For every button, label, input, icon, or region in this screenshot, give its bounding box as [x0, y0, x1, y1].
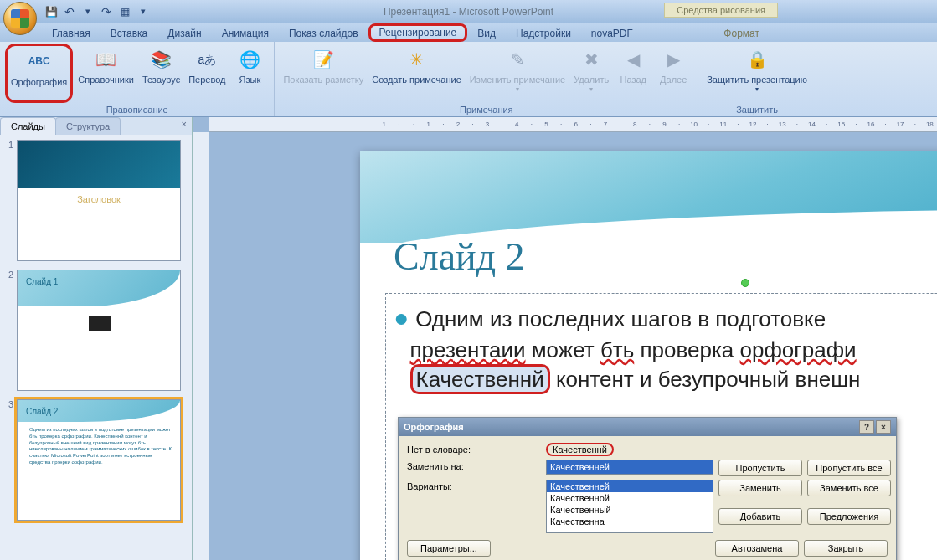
- qat-redo[interactable]: [99, 4, 114, 19]
- protect-button[interactable]: Защитить презентацию▾: [703, 44, 811, 103]
- spelling-error-highlight: Качественнй: [410, 364, 550, 394]
- ignore-button[interactable]: Пропустить: [718, 460, 802, 476]
- dialog-help-button[interactable]: ?: [859, 420, 874, 434]
- not-in-dictionary-value: Качественнй: [546, 443, 614, 456]
- suggest-button[interactable]: Предложения: [807, 508, 891, 525]
- panel-close[interactable]: ×: [177, 117, 192, 135]
- delete-comment-icon: [578, 46, 605, 73]
- change-button[interactable]: Заменить: [718, 480, 802, 496]
- panel-tab-slides[interactable]: Слайды: [0, 117, 56, 135]
- office-button[interactable]: [3, 2, 37, 35]
- suggestions-list[interactable]: Качественней Качественной Качественный К…: [546, 480, 713, 533]
- horizontal-ruler: 1··1·2·3·4·5·6·7·8·9·10·11·12·13·14·15·1…: [209, 117, 937, 132]
- dialog-title: Орфография: [404, 422, 464, 432]
- markup-icon: [310, 46, 337, 73]
- tab-slideshow[interactable]: Показ слайдов: [279, 25, 368, 42]
- research-button[interactable]: Справочники: [75, 44, 137, 103]
- suggestions-label: Варианты:: [407, 480, 541, 491]
- language-button[interactable]: Язык: [230, 44, 269, 103]
- change-to-label: Заменить на:: [407, 460, 541, 471]
- not-in-dictionary-label: Нет в словаре:: [407, 443, 541, 455]
- tab-novapdf[interactable]: novaPDF: [581, 25, 643, 42]
- abc-check-icon: [26, 49, 53, 75]
- globe-icon: [236, 46, 263, 73]
- books-icon: [148, 46, 175, 73]
- new-comment-button[interactable]: Создать примечание: [368, 44, 465, 103]
- contextual-tab-drawing: Средства рисования: [664, 3, 778, 18]
- tab-home[interactable]: Главная: [42, 25, 100, 42]
- change-all-button[interactable]: Заменить все: [807, 480, 891, 496]
- group-protect-label: Защитить: [703, 103, 811, 116]
- thumbnail-1[interactable]: Заголовок: [17, 140, 181, 261]
- tab-format[interactable]: Формат: [713, 25, 770, 42]
- translate-icon: [193, 46, 220, 73]
- suggestion-item[interactable]: Качественный: [547, 504, 713, 516]
- qat-undo[interactable]: [62, 4, 77, 19]
- tab-animation[interactable]: Анимация: [212, 25, 279, 42]
- lock-icon: [744, 46, 770, 73]
- prev-comment-button[interactable]: Назад: [614, 44, 652, 103]
- slide-title: Слайд 2: [394, 234, 525, 279]
- slide-body-text[interactable]: ●Одним из последних шагов в подготовке п…: [394, 301, 937, 394]
- edit-comment-icon: [504, 46, 531, 73]
- qat-customize[interactable]: ▾: [136, 4, 151, 19]
- tab-insert[interactable]: Вставка: [100, 25, 158, 42]
- next-icon: [660, 46, 687, 73]
- show-markup-button[interactable]: Показать разметку: [280, 44, 367, 103]
- ignore-all-button[interactable]: Пропустить все: [807, 460, 891, 476]
- new-comment-icon: [404, 46, 430, 73]
- tab-addins[interactable]: Надстройки: [506, 25, 581, 42]
- group-proofing-label: Правописание: [5, 103, 269, 116]
- book-icon: [93, 46, 120, 73]
- group-comments-label: Примечания: [280, 103, 692, 116]
- thumb-number: 3: [3, 399, 17, 521]
- spelling-dialog: Орфография ? × Нет в словаре: Качественн…: [398, 417, 897, 560]
- tab-design[interactable]: Дизайн: [157, 25, 211, 42]
- edit-comment-button[interactable]: Изменить примечание▾: [466, 44, 569, 103]
- qat-save[interactable]: [44, 4, 59, 19]
- thumbnails-list[interactable]: 1 Заголовок 2 Слайд 1 3 Слайд 2: [0, 135, 192, 560]
- delete-comment-button[interactable]: Удалить▾: [570, 44, 612, 103]
- suggestion-item[interactable]: Качественна: [547, 516, 713, 527]
- tab-view[interactable]: Вид: [467, 25, 506, 42]
- suggestion-item[interactable]: Качественной: [547, 492, 713, 504]
- rotate-handle[interactable]: [741, 279, 749, 287]
- tab-review[interactable]: Рецензирование: [368, 23, 468, 42]
- thumb-number: 1: [3, 140, 17, 261]
- panel-tab-outline[interactable]: Структура: [55, 117, 121, 135]
- close-button[interactable]: Закрыть: [804, 540, 888, 557]
- thumbnail-3[interactable]: Слайд 2 Одним из последних шагов в подго…: [17, 399, 181, 521]
- autocorrect-button[interactable]: Автозамена: [715, 540, 799, 557]
- change-to-input[interactable]: [546, 460, 713, 475]
- window-title: Презентация1 - Microsoft PowerPoint: [384, 6, 553, 18]
- prev-icon: [620, 46, 646, 73]
- qat-quickprint[interactable]: [117, 4, 132, 19]
- thesaurus-button[interactable]: Тезаурус: [139, 44, 183, 103]
- add-button[interactable]: Добавить: [718, 508, 802, 525]
- options-button[interactable]: Параметры...: [407, 540, 491, 557]
- vertical-ruler: [193, 132, 209, 560]
- spelling-button[interactable]: Орфография: [5, 44, 73, 103]
- thumbnail-2[interactable]: Слайд 1: [17, 270, 181, 391]
- thumb-number: 2: [3, 270, 17, 391]
- next-comment-button[interactable]: Далее: [654, 44, 692, 103]
- qat-undo-menu[interactable]: ▾: [80, 4, 95, 19]
- suggestion-item[interactable]: Качественней: [547, 480, 713, 492]
- translate-button[interactable]: Перевод: [185, 44, 229, 103]
- dialog-close-button[interactable]: ×: [876, 420, 891, 434]
